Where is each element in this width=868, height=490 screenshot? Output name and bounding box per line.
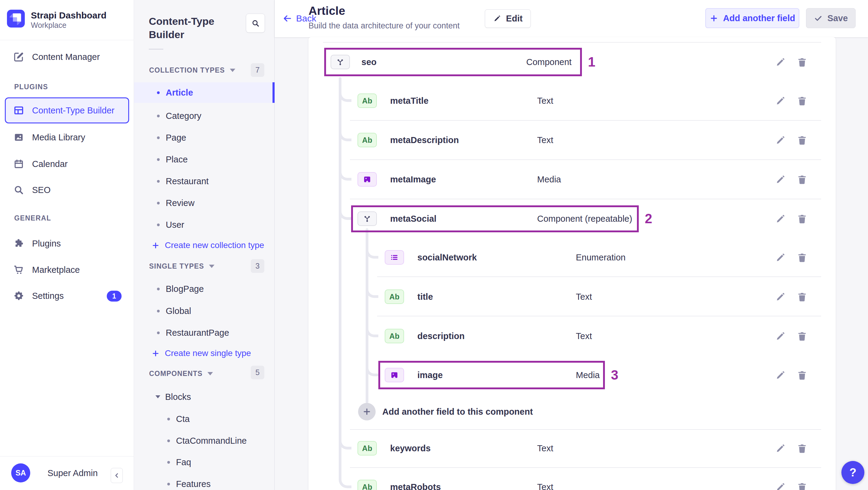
edit-field-button[interactable]	[775, 57, 786, 68]
page-title: Article	[309, 4, 345, 18]
edit-field-button[interactable]	[775, 174, 786, 185]
collection-type-user[interactable]: User	[134, 215, 275, 235]
check-icon	[814, 14, 823, 23]
collection-types-header[interactable]: COLLECTION TYPES	[149, 63, 235, 77]
enumeration-field-icon	[385, 250, 404, 265]
pencil-icon	[775, 214, 786, 224]
create-collection-type-link[interactable]: Create new collection type	[152, 236, 264, 254]
page-subtitle: Build the data architecture of your cont…	[309, 21, 460, 31]
tree-elbow	[339, 429, 351, 450]
pencil-icon	[775, 482, 786, 490]
delete-field-button[interactable]	[797, 443, 807, 454]
edit-field-button[interactable]	[775, 331, 786, 342]
row-divider	[350, 120, 821, 121]
media-field-icon	[385, 368, 404, 382]
page-header: Back Article Build the data architecture…	[275, 0, 868, 37]
delete-field-button[interactable]	[797, 370, 807, 381]
component-group-blocks[interactable]: Blocks	[155, 388, 191, 406]
delete-field-button[interactable]	[797, 214, 807, 224]
workspace-brand[interactable]: Strapi Dashboard Workplace	[7, 10, 106, 30]
text-field-icon: Ab	[358, 93, 377, 108]
collection-type-review[interactable]: Review	[134, 193, 275, 213]
add-component-field-button[interactable]	[358, 403, 376, 421]
divider	[0, 40, 134, 40]
collection-type-place[interactable]: Place	[134, 150, 275, 169]
field-name: metaRobots	[390, 480, 441, 490]
sidebar-item-media-library[interactable]: Media Library	[0, 128, 134, 147]
edit-field-button[interactable]	[775, 252, 786, 263]
edit-field-button[interactable]	[775, 370, 786, 381]
edit-field-button[interactable]	[775, 214, 786, 224]
list-item-label: Global	[166, 306, 191, 316]
save-button[interactable]: Save	[806, 8, 856, 28]
sidebar-item-calendar[interactable]: Calendar	[0, 154, 134, 174]
edit-field-button[interactable]	[775, 482, 786, 490]
annotation-number-1: 1	[588, 55, 595, 69]
single-type-blogpage[interactable]: BlogPage	[134, 279, 275, 299]
sidebar-item-plugins[interactable]: Plugins	[0, 234, 134, 253]
delete-field-button[interactable]	[797, 57, 807, 68]
component-features[interactable]: Features	[134, 475, 275, 490]
field-type: Text	[537, 93, 553, 108]
delete-field-button[interactable]	[797, 252, 807, 263]
collection-type-restaurant[interactable]: Restaurant	[134, 172, 275, 191]
component-faq[interactable]: Faq	[134, 453, 275, 471]
delete-field-button[interactable]	[797, 331, 807, 342]
list-item-label: Restaurant	[166, 176, 209, 186]
field-type: Text	[537, 480, 553, 490]
component-ctacommandline[interactable]: CtaCommandLine	[134, 432, 275, 450]
add-component-field-label[interactable]: Add another field to this component	[382, 404, 533, 419]
component-cta[interactable]: Cta	[134, 410, 275, 428]
delete-field-button[interactable]	[797, 96, 807, 106]
add-another-field-button[interactable]: Add another field	[705, 8, 799, 28]
edit-label: Edit	[506, 13, 523, 24]
sidebar-item-marketplace[interactable]: Marketplace	[0, 260, 134, 279]
annotation-number-3: 3	[611, 368, 618, 382]
picture-icon	[13, 132, 24, 143]
collection-type-article[interactable]: Article	[134, 82, 275, 103]
collection-type-category[interactable]: Category	[134, 106, 275, 125]
chevron-down-icon	[155, 395, 160, 398]
single-type-restaurantpage[interactable]: RestaurantPage	[134, 323, 275, 342]
list-item-label: Article	[166, 88, 193, 98]
media-field-icon	[358, 172, 377, 187]
edit-button[interactable]: Edit	[485, 9, 531, 28]
sidebar-item-content-type-builder[interactable]: Content-Type Builder	[5, 97, 129, 123]
delete-field-button[interactable]	[797, 135, 807, 146]
add-field-label: Add another field	[723, 13, 795, 23]
collapse-sidebar-button[interactable]	[111, 468, 123, 483]
edit-field-button[interactable]	[775, 135, 786, 146]
sidebar-item-seo[interactable]: SEO	[0, 180, 134, 200]
chevron-left-icon	[113, 471, 121, 480]
row-divider	[377, 276, 821, 277]
delete-field-button[interactable]	[797, 174, 807, 185]
list-item-label: RestaurantPage	[166, 328, 229, 338]
puzzle-icon	[13, 238, 24, 249]
edit-field-button[interactable]	[775, 292, 786, 303]
field-name: image	[417, 368, 443, 382]
text-field-icon: Ab	[385, 289, 404, 304]
bullet-icon	[157, 288, 160, 290]
group-label: Blocks	[165, 392, 191, 402]
delete-field-button[interactable]	[797, 292, 807, 303]
bullet-icon	[167, 439, 170, 442]
create-single-type-link[interactable]: Create new single type	[152, 344, 251, 362]
section-label: COMPONENTS	[149, 370, 203, 378]
single-type-global[interactable]: Global	[134, 301, 275, 320]
edit-field-button[interactable]	[775, 443, 786, 454]
search-button[interactable]	[246, 13, 265, 33]
avatar[interactable]: SA	[11, 463, 30, 483]
sidebar-item-content-manager[interactable]: Content Manager	[0, 47, 134, 66]
help-button[interactable]: ?	[841, 461, 864, 484]
panel-title: Content-Type Builder	[149, 14, 246, 41]
tree-elbow	[339, 82, 351, 102]
tree-elbow	[366, 317, 378, 337]
list-item-label: Faq	[176, 457, 191, 467]
delete-field-button[interactable]	[797, 482, 807, 490]
edit-field-button[interactable]	[775, 96, 786, 106]
collection-type-page[interactable]: Page	[134, 128, 275, 147]
sidebar-item-label: Marketplace	[32, 265, 80, 275]
search-icon	[251, 19, 260, 28]
single-types-header[interactable]: SINGLE TYPES	[149, 259, 214, 273]
components-header[interactable]: COMPONENTS	[149, 367, 213, 380]
